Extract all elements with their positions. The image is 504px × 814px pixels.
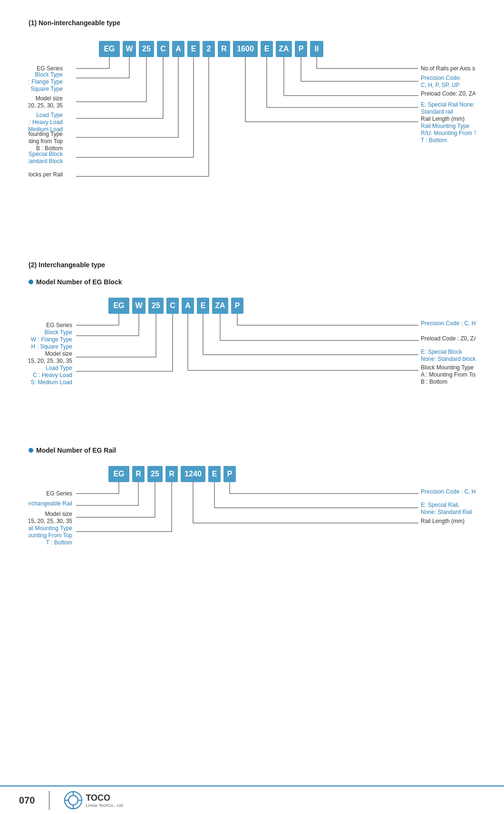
logo: TOCO Linear TechCo., Ltd. bbox=[64, 791, 124, 810]
svg-text:ZA: ZA bbox=[279, 45, 289, 53]
svg-text:No.of Rails per Axis set: No.of Rails per Axis set bbox=[421, 65, 475, 72]
svg-text:R/U: Mounting From Top: R/U: Mounting From Top bbox=[421, 130, 475, 136]
section2-title: (2) Interchangeable type bbox=[29, 261, 475, 269]
svg-text:25: 25 bbox=[142, 45, 151, 53]
svg-text:EG: EG bbox=[113, 301, 124, 310]
svg-text:R/U : Mounting From Top: R/U : Mounting From Top bbox=[29, 532, 72, 539]
svg-text:15, 20, 25, 30, 35: 15, 20, 25, 30, 35 bbox=[29, 102, 63, 109]
svg-text:EG Series: EG Series bbox=[37, 65, 63, 72]
svg-text:A: A bbox=[185, 301, 191, 310]
svg-text:E: Special Block: E: Special Block bbox=[29, 151, 63, 157]
logo-subtitle: Linear TechCo., Ltd. bbox=[86, 803, 124, 808]
svg-text:A: A bbox=[175, 45, 181, 53]
diagram2-svg: EG W 25 C A E ZA P EG Ser bbox=[29, 293, 475, 440]
svg-text:S: Medium Load: S: Medium Load bbox=[31, 379, 72, 386]
svg-text:EG Series: EG Series bbox=[46, 490, 72, 497]
svg-text:B : Bottom: B : Bottom bbox=[421, 378, 447, 385]
svg-text:T : Bottom: T : Bottom bbox=[421, 137, 447, 144]
svg-text:Precision Code:: Precision Code: bbox=[421, 75, 461, 81]
svg-text:Interchangeable Rail: Interchangeable Rail bbox=[29, 500, 72, 507]
svg-text:Model size: Model size bbox=[45, 350, 73, 357]
svg-text:Precision Code : C, H,P: Precision Code : C, H,P bbox=[421, 488, 475, 495]
svg-text:W : Flange Type: W : Flange Type bbox=[29, 78, 63, 85]
svg-text:E: E bbox=[212, 470, 217, 478]
section2: (2) Interchangeable type Model Number of… bbox=[29, 261, 475, 601]
svg-text:Rail Length (mm): Rail Length (mm) bbox=[421, 116, 465, 122]
svg-text:No. of Blocks per Rail: No. of Blocks per Rail bbox=[29, 171, 63, 178]
svg-text:Block Mounting Type: Block Mounting Type bbox=[421, 364, 474, 371]
svg-text:C, H, P, SP, UP: C, H, P, SP, UP bbox=[421, 82, 460, 88]
svg-text:A : Mounting from Top: A : Mounting from Top bbox=[29, 138, 63, 145]
svg-text:Block Type: Block Type bbox=[45, 329, 73, 336]
svg-text:W: W bbox=[135, 301, 143, 310]
section1: (1) Non-interchangeable type EG W 25 C A… bbox=[29, 19, 475, 237]
svg-text:Preload Code: Z0, ZA, ZB: Preload Code: Z0, ZA, ZB bbox=[421, 90, 475, 97]
svg-text:Load Type: Load Type bbox=[46, 365, 72, 371]
svg-text:1240: 1240 bbox=[184, 470, 202, 478]
svg-text:Precision Code : C, H, P: Precision Code : C, H, P bbox=[421, 320, 475, 327]
logo-name: TOCO bbox=[86, 793, 124, 803]
svg-point-163 bbox=[68, 795, 78, 805]
svg-text:H : Square Type: H : Square Type bbox=[29, 86, 63, 92]
svg-text:R: R bbox=[169, 470, 174, 478]
svg-text:E: E bbox=[264, 45, 270, 53]
sub-block-title: Model Number of EG Block bbox=[29, 278, 475, 286]
svg-text:P: P bbox=[235, 301, 240, 310]
svg-text:C: C bbox=[170, 301, 175, 310]
svg-text:R: R bbox=[136, 470, 141, 478]
svg-text:25: 25 bbox=[151, 470, 159, 478]
svg-text:Standard rail: Standard rail bbox=[421, 108, 453, 115]
diagram3-svg: EG R 25 R 1240 E P EG Series bbox=[29, 461, 475, 599]
svg-text:1600: 1600 bbox=[237, 45, 254, 53]
page-content: (1) Non-interchangeable type EG W 25 C A… bbox=[0, 0, 504, 662]
diagram1-svg: EG W 25 C A E 2 R 1600 bbox=[29, 36, 475, 236]
svg-text:15, 20, 25, 30, 35: 15, 20, 25, 30, 35 bbox=[29, 358, 72, 364]
svg-text:Model size: Model size bbox=[36, 95, 63, 102]
section1-title: (1) Non-interchangeable type bbox=[29, 19, 475, 27]
svg-text:Rail Length (mm): Rail Length (mm) bbox=[421, 518, 465, 524]
svg-text:EG: EG bbox=[104, 45, 115, 53]
svg-text:Rail Mounting Type: Rail Mounting Type bbox=[421, 123, 470, 129]
svg-text:C: C bbox=[160, 45, 166, 53]
svg-text:T : Bottom: T : Bottom bbox=[46, 539, 72, 546]
toco-logo-icon bbox=[64, 791, 83, 810]
svg-text:15, 20, 25, 30, 35: 15, 20, 25, 30, 35 bbox=[29, 518, 72, 524]
svg-text:None: Standard Block: None: Standard Block bbox=[29, 158, 63, 165]
svg-text:A : Mounting From Top: A : Mounting From Top bbox=[421, 371, 475, 378]
svg-text:P: P bbox=[227, 470, 233, 478]
page-number: 070 bbox=[19, 795, 35, 806]
svg-text:None: Standard Rail: None: Standard Rail bbox=[421, 509, 472, 515]
svg-text:C : Heavy Load: C : Heavy Load bbox=[29, 119, 63, 126]
svg-text:E: Special Rail,: E: Special Rail, bbox=[421, 502, 459, 508]
svg-text:E: Special Rail None:: E: Special Rail None: bbox=[421, 101, 475, 108]
svg-text:EG Series: EG Series bbox=[46, 322, 72, 329]
svg-text:2: 2 bbox=[207, 45, 211, 53]
svg-text:E: Special Block: E: Special Block bbox=[421, 349, 463, 355]
svg-text:Block Mounting Type: Block Mounting Type bbox=[29, 131, 63, 137]
svg-text:None: Standard block: None: Standard block bbox=[421, 356, 475, 362]
logo-text: TOCO Linear TechCo., Ltd. bbox=[86, 793, 124, 808]
bullet-icon bbox=[29, 280, 33, 284]
bullet-icon2 bbox=[29, 448, 33, 453]
sub-rail-title: Model Number of EG Rail bbox=[29, 446, 475, 454]
svg-text:R: R bbox=[221, 45, 227, 53]
svg-text:E: E bbox=[201, 301, 206, 310]
svg-text:25: 25 bbox=[152, 301, 160, 310]
svg-text:EG: EG bbox=[113, 470, 124, 478]
svg-text:C : Heavy Load: C : Heavy Load bbox=[33, 372, 72, 378]
svg-text:E: E bbox=[191, 45, 196, 53]
svg-text:Model size: Model size bbox=[45, 511, 73, 517]
svg-text:II: II bbox=[315, 45, 319, 53]
footer-divider bbox=[49, 791, 49, 810]
footer: 070 TOCO Linear TechCo., Ltd. bbox=[0, 785, 504, 814]
svg-text:Rail Mounting Type: Rail Mounting Type bbox=[29, 525, 72, 532]
svg-text:W: W bbox=[126, 45, 133, 53]
svg-text:W : Flange Type: W : Flange Type bbox=[31, 336, 72, 343]
svg-text:ZA: ZA bbox=[215, 301, 225, 310]
svg-text:Preload Code : Z0, ZA: Preload Code : Z0, ZA bbox=[421, 335, 475, 342]
svg-text:P: P bbox=[299, 45, 304, 53]
svg-text:Block Type: Block Type bbox=[35, 71, 63, 78]
svg-text:H : Square Type: H : Square Type bbox=[31, 343, 73, 350]
svg-text:Load Type: Load Type bbox=[36, 112, 63, 118]
